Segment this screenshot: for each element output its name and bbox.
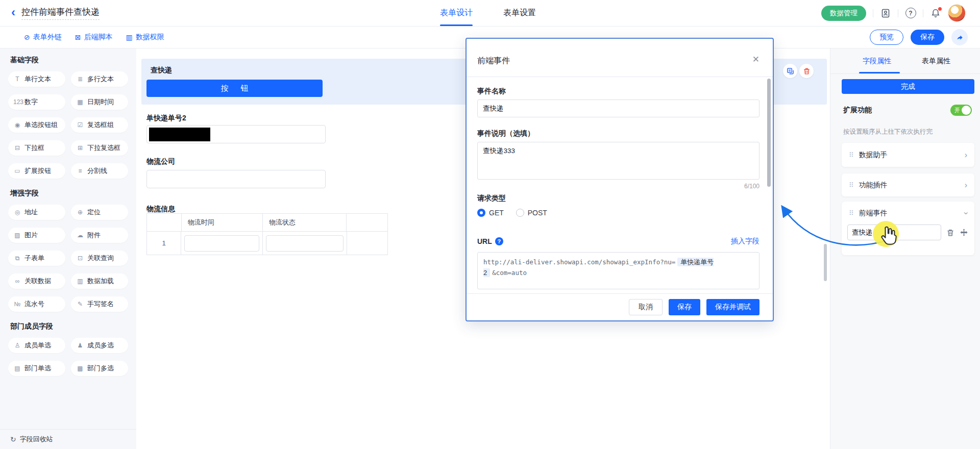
field-type-label: 多行文本 (87, 74, 114, 84)
field-type-item[interactable]: ∞ 关联数据 (8, 273, 65, 289)
field-type-item[interactable]: ▦ 日期时间 (71, 94, 128, 110)
move-event-icon[interactable] (960, 228, 968, 237)
field-type-item[interactable]: ▤ 部门单选 (8, 361, 65, 376)
field-type-label: 流水号 (24, 300, 44, 309)
modal-save-button[interactable]: 保存 (669, 299, 700, 315)
field-type-item[interactable]: ⧉ 子表单 (8, 251, 65, 266)
copy-icon (787, 67, 794, 75)
field-type-label: 下拉框 (24, 143, 44, 153)
chevron-right-icon[interactable]: › (965, 181, 967, 190)
field-type-label: 图片 (24, 231, 38, 240)
panel-tabs: 字段属性 表单属性 (830, 48, 980, 74)
extension-toggle[interactable]: 开 (950, 105, 972, 116)
field-type-item[interactable]: ⊕ 定位 (71, 205, 128, 220)
field-type-item[interactable]: ⊞ 下拉复选框 (71, 140, 128, 156)
basic-fields-grid: T 单行文本 ≣ 多行文本 123 数字 ▦ 日期时间 (8, 71, 128, 179)
field-type-item[interactable]: № 流水号 (8, 296, 65, 312)
field-type-item[interactable]: ◉ 单选按钮组 (8, 117, 65, 133)
modal-title: 前端事件 (477, 56, 510, 66)
data-manage-button[interactable]: 数据管理 (821, 6, 866, 21)
cancel-button[interactable]: 取消 (629, 299, 663, 315)
url-input[interactable]: http://ali-deliver.showapi.com/showapi_e… (477, 252, 760, 289)
toolbar-link[interactable]: ⊘ 表单外链 (24, 33, 62, 42)
user-avatar[interactable] (948, 4, 966, 22)
card-function-plugin[interactable]: ⠿ 功能插件 › (842, 173, 974, 196)
form-title[interactable]: 控件前端事件查快递 (21, 6, 100, 20)
radio-get[interactable]: GET (477, 209, 504, 217)
drag-handle-icon[interactable]: ⠿ (849, 151, 854, 159)
card-frontend-event[interactable]: ⠿ 前端事件 › (842, 202, 974, 255)
field-type-item[interactable]: ☑ 复选框组 (71, 117, 128, 133)
field-type-item[interactable]: ◎ 地址 (8, 205, 65, 220)
column-header-logistics-status: 物流状态 (263, 214, 347, 231)
contacts-book-icon[interactable] (880, 8, 891, 19)
field-type-item[interactable]: ≡ 分割线 (71, 163, 128, 179)
copy-widget-button[interactable] (783, 64, 797, 78)
field-type-item[interactable]: ☁ 附件 (71, 228, 128, 243)
radio-unselected-icon (516, 209, 524, 217)
drag-handle-icon[interactable]: ⠿ (849, 181, 854, 189)
save-button[interactable]: 保存 (911, 30, 944, 45)
delete-event-icon[interactable] (946, 229, 954, 237)
modal-event-name-input[interactable] (477, 99, 760, 117)
tab-form-design[interactable]: 表单设计 (440, 0, 473, 26)
extension-label: 扩展功能 (843, 106, 872, 115)
field-type-item[interactable]: ▥ 数据加载 (71, 273, 128, 289)
tab-form-settings[interactable]: 表单设置 (503, 0, 536, 26)
card-data-assistant[interactable]: ⠿ 数据助手 › (842, 143, 974, 167)
insert-field-link[interactable]: 插入字段 (731, 237, 760, 246)
url-help-icon[interactable]: ? (495, 237, 503, 245)
member-fields-grid: ♙ 成员单选 ♟ 成员多选 ▤ 部门单选 ▩ 部门多选 (8, 338, 128, 376)
field-type-item[interactable]: T 单行文本 (8, 71, 65, 87)
toolbar-link[interactable]: ▥ 数据权限 (126, 33, 164, 42)
share-button[interactable] (951, 29, 968, 45)
frontend-event-modal: 前端事件 ✕ 事件名称 事件说明（选填） 查快递333 6/100 请求类型 G… (465, 38, 774, 321)
field-type-item[interactable]: ✎ 手写签名 (71, 296, 128, 312)
tab-field-properties[interactable]: 字段属性 (863, 48, 891, 73)
divider (898, 9, 898, 17)
express-query-button[interactable]: 按 钮 (146, 80, 323, 97)
save-and-debug-button[interactable]: 保存并调试 (706, 299, 760, 315)
field-type-item[interactable]: ▨ 图片 (8, 228, 65, 243)
field-type-item[interactable]: ♙ 成员单选 (8, 338, 65, 353)
field-type-item[interactable]: ♟ 成员多选 (71, 338, 128, 353)
drag-handle-icon[interactable]: ⠿ (849, 209, 854, 217)
back-icon[interactable]: ‹ (11, 6, 15, 18)
preview-button[interactable]: 预览 (870, 30, 903, 45)
event-desc-textarea[interactable]: 查快递333 (477, 142, 760, 180)
field-type-item[interactable]: 123 数字 (8, 94, 65, 110)
delete-widget-button[interactable] (799, 64, 814, 78)
field-type-item[interactable]: ⊟ 下拉框 (8, 140, 65, 156)
subform-row: 1 (147, 232, 387, 255)
help-icon[interactable]: ? (905, 8, 916, 19)
share-arrow-icon (955, 33, 964, 41)
field-type-icon: T (13, 76, 21, 83)
field-type-icon: ◉ (13, 121, 21, 129)
event-name-input[interactable] (847, 224, 941, 240)
url-suffix: &com=auto (492, 269, 527, 277)
chevron-right-icon[interactable]: › (965, 151, 967, 160)
radio-post[interactable]: POST (516, 209, 547, 217)
field-type-item[interactable]: ⊡ 关联查询 (71, 251, 128, 266)
tab-form-design-label: 表单设计 (440, 8, 473, 18)
toggle-knob (962, 106, 971, 115)
tab-form-properties[interactable]: 表单属性 (922, 48, 950, 73)
canvas-scrollbar[interactable] (824, 244, 827, 281)
toolbar-link[interactable]: ⊠ 后端脚本 (75, 33, 113, 42)
close-icon[interactable]: ✕ (752, 54, 760, 65)
modal-scrollbar[interactable] (767, 79, 771, 187)
cell-input-logistics-status[interactable] (266, 235, 344, 252)
field-type-item[interactable]: ▩ 部门多选 (71, 361, 128, 376)
field-type-item[interactable]: ▭ 扩展按钮 (8, 163, 65, 179)
field-input-logistics-company[interactable] (146, 170, 326, 188)
done-button[interactable]: 完成 (842, 79, 974, 94)
cell-input-logistics-time[interactable] (184, 235, 259, 252)
toolbar-link-label: 数据权限 (136, 33, 164, 42)
toggle-on-text: 开 (954, 107, 960, 114)
field-type-icon: ▤ (13, 365, 21, 372)
notification-bell-icon[interactable] (930, 8, 941, 19)
field-recycle-bin[interactable]: ↻ 字段回收站 (0, 429, 136, 449)
field-type-item[interactable]: ≣ 多行文本 (71, 71, 128, 87)
row-number: 1 (162, 239, 165, 247)
chevron-down-icon[interactable]: › (961, 212, 970, 214)
